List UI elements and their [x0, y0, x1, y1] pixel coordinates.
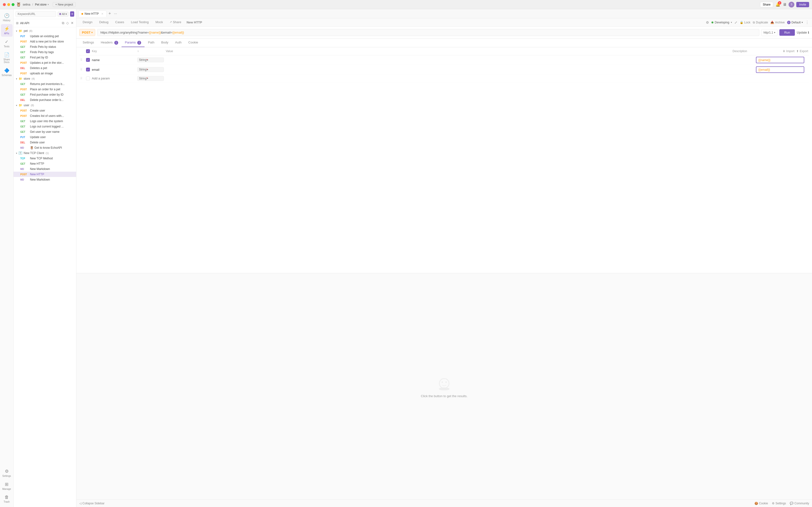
empty-key-input[interactable]	[92, 76, 121, 80]
list-item[interactable]: GET Returns pet inventories b...	[13, 81, 76, 87]
list-item[interactable]: POST Creates list of users with...	[13, 113, 76, 119]
list-item[interactable]: PUT Update user	[13, 134, 76, 140]
search-input[interactable]	[15, 11, 56, 17]
tab-close[interactable]: ✕	[101, 12, 103, 15]
tab-mock[interactable]: Mock	[152, 18, 166, 26]
list-item[interactable]: MD New Markdown	[13, 177, 76, 182]
tab-load-testing[interactable]: Load Testing	[128, 18, 152, 26]
group-store[interactable]: ▾ 📁 store (4)	[13, 76, 76, 81]
list-item[interactable]: GET Logs user into the system	[13, 119, 76, 124]
minimize-button[interactable]	[7, 3, 10, 6]
tab-path[interactable]: Path	[145, 39, 158, 47]
list-item[interactable]: MD New Markdown	[13, 166, 76, 172]
sidebar-item-manage[interactable]: ⊞ Manage	[1, 480, 12, 492]
copy-icon[interactable]: ⧉	[62, 21, 64, 25]
monitor-icon[interactable]: 🖥	[783, 2, 786, 7]
list-item[interactable]: PUT Update an existing pet	[13, 34, 76, 39]
list-item[interactable]: GET Find pet by ID	[13, 55, 76, 60]
notification-button[interactable]: 🔔 8	[775, 2, 781, 7]
add-button[interactable]: +	[70, 11, 74, 17]
drag-handle[interactable]: ⠿	[80, 77, 84, 80]
archive-button[interactable]: 📥 Archive	[770, 21, 785, 24]
list-item[interactable]: GET Finds Pets by status	[13, 44, 76, 50]
select-all-checkbox[interactable]: ✓	[86, 49, 90, 53]
tab-auth[interactable]: Auth	[172, 39, 185, 47]
run-button[interactable]: Run	[779, 29, 795, 36]
tab-body[interactable]: Body	[158, 39, 172, 47]
close-icon[interactable]: ✕	[71, 21, 74, 25]
group-pet[interactable]: ▾ 📁 pet (8)	[13, 28, 76, 34]
list-item[interactable]: DEL Delete user	[13, 140, 76, 145]
default-selector[interactable]: D Default ▾	[787, 21, 803, 24]
tab-debug[interactable]: Debug	[96, 18, 112, 26]
tab-share[interactable]: ↗ Share	[166, 18, 185, 26]
value-cell-active[interactable]: {{name}}	[756, 57, 804, 63]
tab-cookie[interactable]: Cookie	[185, 39, 201, 47]
item-name: uploads an image	[30, 72, 53, 75]
sidebar-item-schemas[interactable]: 🔷 Schemas	[1, 66, 12, 78]
list-item[interactable]: GET Logs out current logged ...	[13, 124, 76, 129]
list-item[interactable]: POST uploads an image	[13, 71, 76, 76]
expand-icon[interactable]: ⤢	[734, 20, 737, 24]
method-selector[interactable]: POST ▾	[79, 29, 95, 36]
collapse-sidebar-button[interactable]: ◁ Collapse Sidebar	[79, 502, 104, 505]
more-tabs-button[interactable]: ···	[113, 12, 118, 16]
tab-cases[interactable]: Cases	[112, 18, 128, 26]
sidebar-item-tests[interactable]: ✓ Tests	[1, 37, 12, 50]
list-item[interactable]: POST Updates a pet in the stor...	[13, 60, 76, 65]
list-item[interactable]: GET Find purchase order by ID	[13, 92, 76, 97]
tab-design[interactable]: Design	[79, 18, 96, 26]
update-button[interactable]: Update ℹ	[797, 31, 809, 34]
add-tab-button[interactable]: +	[107, 11, 113, 16]
list-item[interactable]: GET Finds Pets by tags	[13, 50, 76, 55]
list-item[interactable]: DEL Deletes a pet	[13, 65, 76, 71]
drag-handle[interactable]: ⠿	[80, 68, 84, 71]
list-item-active[interactable]: POST New HTTP	[13, 172, 76, 177]
list-item[interactable]: POST Create user	[13, 108, 76, 113]
tab-headers[interactable]: Headers 1	[97, 39, 121, 47]
drag-handle[interactable]: ⠿	[80, 58, 84, 62]
lock-button[interactable]: 🔒 Lock	[740, 21, 750, 24]
list-item[interactable]: MD 🦉 Get to know EchoAPI	[13, 145, 76, 151]
list-item[interactable]: POST Place an order for a pet	[13, 87, 76, 92]
tests-icon: ✓	[5, 39, 8, 44]
list-item[interactable]: TCP New TCP Method	[13, 156, 76, 161]
value-cell-active[interactable]: {{email}}	[756, 66, 804, 73]
list-item[interactable]: DEL Delete purchase order b...	[13, 97, 76, 103]
tab-settings[interactable]: Settings	[79, 39, 97, 47]
group-user[interactable]: ▾ 📁 user (8)	[13, 103, 76, 108]
invite-button[interactable]: Invite	[796, 2, 809, 7]
layout-icon[interactable]: ⋮	[805, 20, 809, 24]
new-project-button[interactable]: + New project	[53, 2, 76, 7]
row-checkbox-empty[interactable]	[86, 76, 90, 80]
settings-icon[interactable]: ⚙	[706, 20, 709, 24]
env-selector[interactable]: Developing ▾	[711, 21, 732, 24]
tab-new-http[interactable]: New HTTP ✕	[78, 10, 107, 17]
group-tcp-client[interactable]: ▾ T New TCP Client (1)	[13, 151, 76, 156]
row-checkbox[interactable]: ✓	[86, 68, 90, 71]
list-item[interactable]: GET New HTTP	[13, 161, 76, 166]
sidebar-item-settings[interactable]: ⚙ Settings	[1, 467, 12, 479]
list-item[interactable]: GET Get user by user name	[13, 129, 76, 134]
http-version-selector[interactable]: http/1.1 ▾	[761, 29, 777, 36]
cookie-button[interactable]: 🍪 Cookie	[755, 502, 768, 505]
share-button[interactable]: Share	[760, 2, 773, 7]
sidebar-item-history[interactable]: 🕐 History	[1, 11, 12, 24]
project-label[interactable]: Pet store ▾	[35, 3, 49, 6]
avatar[interactable]: S	[789, 2, 794, 7]
sidebar-item-share-docs[interactable]: 📄 Share Docs	[1, 50, 12, 65]
diamond-icon[interactable]: ◇	[66, 21, 69, 25]
filter-selector[interactable]: All ▾	[57, 12, 69, 17]
tab-params[interactable]: Params 2	[121, 39, 145, 47]
divider: New HTTP	[185, 20, 204, 24]
duplicate-button[interactable]: ⧉ Duplicate	[753, 21, 768, 24]
close-button[interactable]	[3, 3, 6, 6]
list-item[interactable]: POST Add a new pet to the store	[13, 39, 76, 44]
row-checkbox[interactable]: ✓	[86, 58, 90, 62]
url-input[interactable]: https://httpbin.org/anything?name={{name…	[97, 29, 759, 36]
sidebar-item-apis[interactable]: ⚡ APIs	[1, 24, 12, 37]
sidebar-item-trash[interactable]: 🗑 Trash	[1, 493, 12, 505]
community-button[interactable]: 💬 Community	[790, 502, 809, 505]
maximize-button[interactable]	[12, 3, 14, 6]
settings-footer-button[interactable]: ⚙ Settings	[772, 502, 786, 505]
